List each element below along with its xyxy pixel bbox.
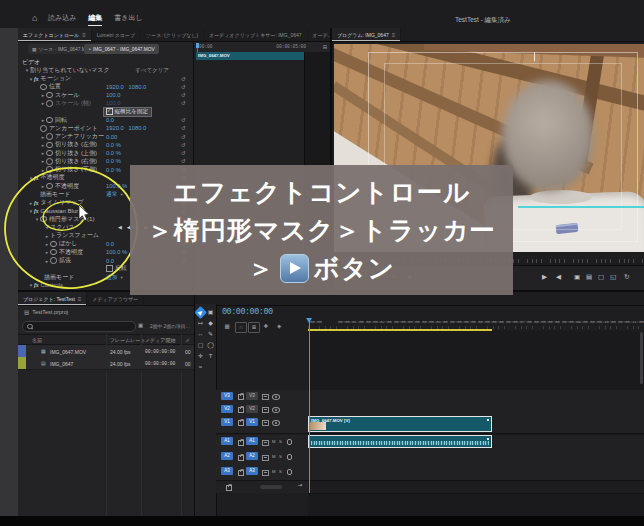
stopwatch-icon[interactable] [40, 125, 47, 132]
track-chip-V1[interactable]: V1 [221, 418, 233, 426]
video-lane-V2[interactable] [308, 403, 644, 417]
solo-button[interactable]: S [279, 469, 282, 474]
voiceover-mic-icon[interactable] [287, 439, 292, 445]
track-chip-V2[interactable]: V2 [221, 405, 233, 413]
property-value[interactable]: 0.0 % [106, 167, 121, 173]
ec-row-アンカーポイント[interactable]: アンカーポイント1920.0 1080.0↺ [18, 124, 193, 132]
fx-badge-icon[interactable]: fx [34, 200, 39, 206]
lock-icon[interactable] [226, 485, 232, 491]
video-lane-V3[interactable] [308, 390, 644, 404]
toggle-track-output-icon[interactable] [272, 407, 280, 413]
property-value[interactable]: 1920.0 1080.0 [106, 125, 146, 131]
track-header-A3[interactable]: A3A3MS [216, 465, 308, 481]
mute-button[interactable]: M [272, 439, 276, 444]
folder-icon[interactable]: ▣ [138, 322, 143, 328]
video-lane-V1[interactable]: IMG_0647.MOV [V] [308, 416, 644, 434]
panel-menu-icon[interactable]: ≡ [78, 296, 82, 302]
clip-audio[interactable] [308, 435, 492, 448]
stopwatch-icon[interactable] [50, 249, 57, 256]
sync-lock-icon[interactable] [262, 455, 269, 462]
property-value[interactable]: 0.0 % [106, 158, 121, 164]
reset-parameter-icon[interactable]: ↺ [181, 150, 186, 156]
sequence-clip-chip[interactable]: ◔ IMG_0647・IMG_0647.MOV [84, 44, 159, 54]
step-icon[interactable]: ◀ [556, 273, 561, 281]
sync-lock-icon[interactable] [262, 470, 269, 477]
fx-badge-icon[interactable]: fx [34, 175, 39, 181]
playhead-line[interactable] [309, 318, 310, 493]
reset-parameter-icon[interactable]: ↺ [181, 125, 186, 131]
audio-lane-A2[interactable] [308, 450, 644, 466]
sync-lock-icon[interactable] [262, 394, 269, 401]
track-chip-V1[interactable]: V1 [246, 418, 258, 426]
tool-1[interactable]: ▣ [206, 308, 215, 317]
timeline-settings-icon[interactable]: ◈ [274, 322, 284, 331]
reset-parameter-icon[interactable]: ↺ [181, 100, 186, 106]
fx-badge-icon[interactable]: fx [34, 76, 39, 82]
tool-5[interactable]: ✎ [206, 330, 215, 339]
stopwatch-icon[interactable] [50, 257, 57, 264]
button-editor-icon[interactable]: ↻ [624, 273, 629, 281]
reset-parameter-icon[interactable]: ↺ [181, 92, 186, 98]
tool-9[interactable]: T [206, 352, 215, 361]
tool-2[interactable]: ↦ [196, 319, 205, 328]
tab-ec-3[interactable]: オーディオクリップミキサー: IMG_0647 [204, 28, 307, 41]
track-chip-A2[interactable]: A2 [246, 452, 258, 460]
home-icon[interactable]: ⌂ [32, 13, 37, 23]
lock-icon[interactable] [238, 455, 244, 461]
insert-icon[interactable]: ▦ [222, 322, 232, 331]
lock-icon[interactable] [238, 394, 244, 400]
timeline-ruler[interactable]: 00:0000:00:01:0000:00:02:0000:00:03:0000… [308, 318, 644, 329]
tab-project-0[interactable]: プロジェクト: TestTest≡ [18, 292, 87, 305]
tool-4[interactable]: ↔ [196, 330, 205, 339]
export-frame-icon[interactable]: ▢ [598, 273, 604, 281]
project-file-row[interactable]: ▤ TestTest.prproj [24, 309, 68, 315]
checkbox-unchecked[interactable] [106, 265, 113, 272]
lock-icon[interactable] [238, 420, 244, 426]
fx-badge-icon[interactable]: fx [34, 282, 39, 288]
panel-menu-icon[interactable]: ≡ [392, 32, 396, 38]
track-chip-V3[interactable]: V3 [221, 392, 233, 400]
reset-parameter-icon[interactable]: ↺ [181, 158, 186, 164]
project-item-IMG_0647[interactable]: ▤IMG_064724.00 fps00:00:00:0000 [18, 357, 194, 370]
panel-menu-icon[interactable]: ≡ [82, 32, 86, 38]
mute-button[interactable]: M [272, 469, 276, 474]
checkbox-checked[interactable]: ✓ [106, 108, 113, 115]
reset-parameter-icon[interactable]: ↺ [181, 76, 186, 82]
stopwatch-icon[interactable] [46, 100, 53, 107]
track-header-A2[interactable]: A2A2MS [216, 450, 308, 466]
solo-button[interactable]: S [279, 454, 282, 459]
voiceover-mic-icon[interactable] [287, 454, 292, 460]
property-value[interactable]: 追加▾ [106, 273, 123, 282]
ec-row-モーション[interactable]: ▾fxモーション↺ [18, 75, 193, 83]
track-chip-V2[interactable]: V2 [246, 405, 258, 413]
linked-selection-icon[interactable]: ⊞ [248, 322, 260, 333]
tab-ec-1[interactable]: Lumetri スコープ [92, 28, 141, 41]
menu-item-書き出し[interactable]: 書き出し [114, 13, 142, 26]
ec-row-スケール[interactable]: ▸スケール100.0↺ [18, 91, 193, 99]
lock-icon[interactable] [238, 407, 244, 413]
track-chip-A1[interactable]: A1 [246, 437, 258, 445]
track-header-V2[interactable]: V2V2 [216, 403, 308, 417]
stopwatch-icon[interactable] [46, 166, 53, 173]
tab-program[interactable]: プログラム: IMG_0647 ≡ [332, 28, 401, 41]
track-header-A1[interactable]: A1A1MS [216, 435, 308, 451]
ec-row-位置[interactable]: 位置1920.0 1080.0↺ [18, 83, 193, 91]
sync-lock-icon[interactable] [262, 420, 269, 427]
tool-8[interactable]: ✛ [196, 352, 205, 361]
track-chip-V3[interactable]: V3 [246, 392, 258, 400]
stopwatch-icon[interactable] [50, 241, 57, 248]
tool-3[interactable]: ◆ [206, 319, 215, 328]
property-value[interactable]: 100.0 % [106, 183, 127, 189]
lock-icon[interactable] [238, 440, 244, 446]
column-header-3[interactable]: メ [185, 337, 190, 343]
track-chip-A1[interactable]: A1 [221, 437, 233, 445]
stopwatch-icon[interactable] [46, 117, 53, 124]
ec-row-切り抜き (左側)[interactable]: ▸切り抜き (左側)0.0 %↺ [18, 141, 193, 149]
stopwatch-icon[interactable] [46, 158, 53, 165]
mute-button[interactable]: M [272, 454, 276, 459]
property-value[interactable]: 1920.0 1080.0 [106, 84, 146, 90]
ec-row-縦横比を固定[interactable]: ✓縦横比を固定 [18, 108, 193, 116]
fit-timeline-icon[interactable]: ⇥ [297, 482, 302, 488]
lock-icon[interactable] [238, 470, 244, 476]
clear-all-link[interactable]: すべてクリア [135, 67, 169, 74]
